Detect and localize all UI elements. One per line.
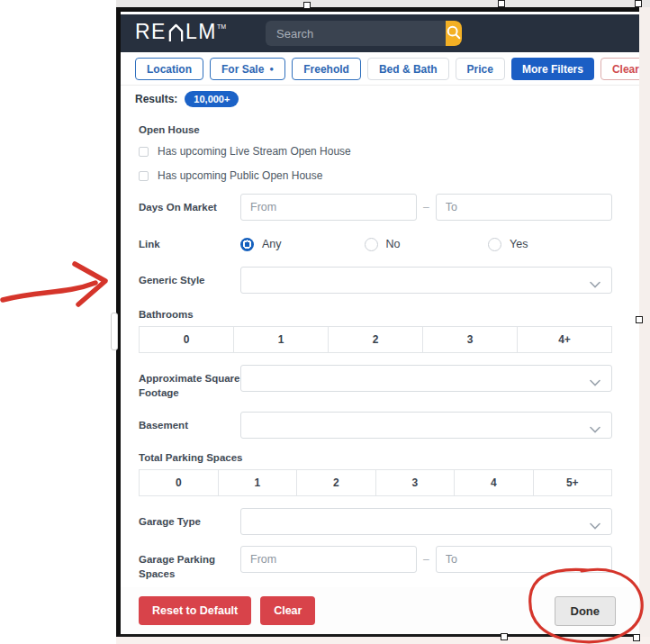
chip-location[interactable]: Location — [135, 58, 203, 80]
radio-label: Yes — [510, 238, 528, 250]
chip-bed-bath[interactable]: Bed & Bath — [367, 58, 449, 80]
range-separator: – — [423, 553, 429, 566]
house-icon — [167, 23, 185, 46]
total-parking-segmented: 0 1 2 3 4 5+ — [139, 469, 612, 496]
link-yes-radio[interactable]: Yes — [488, 238, 612, 251]
chevron-down-icon — [590, 517, 600, 533]
link-row: Link Any No Yes — [139, 235, 612, 253]
garage-type-label: Garage Type — [139, 514, 240, 529]
radio-selected-icon — [240, 238, 254, 251]
garage-parking-to-input[interactable] — [436, 546, 612, 573]
chip-label: Clear — [612, 63, 639, 76]
parking-option-0[interactable]: 0 — [140, 470, 218, 495]
bathrooms-title: Bathrooms — [139, 309, 612, 320]
filters-content: Open House Has upcoming Live Stream Open… — [121, 124, 639, 622]
garage-type-row: Garage Type — [139, 508, 612, 535]
generic-style-row: Generic Style — [139, 267, 612, 294]
live-stream-checkbox[interactable] — [139, 147, 149, 157]
search-icon — [446, 24, 462, 43]
bathrooms-option-4plus[interactable]: 4+ — [517, 327, 611, 352]
chevron-down-icon — [590, 276, 600, 292]
days-from-input[interactable] — [240, 194, 417, 221]
chip-freehold[interactable]: Freehold — [292, 58, 361, 80]
done-button[interactable]: Done — [555, 596, 617, 626]
search-bar — [266, 21, 460, 46]
generic-style-label: Generic Style — [139, 273, 240, 287]
modal-footer: Reset to Default Clear Done — [121, 587, 639, 634]
bathrooms-option-0[interactable]: 0 — [140, 327, 233, 352]
basement-select[interactable] — [240, 412, 612, 439]
bathrooms-option-3[interactable]: 3 — [422, 327, 517, 352]
selection-handle[interactable] — [501, 633, 508, 640]
radio-icon — [365, 238, 378, 251]
selected-dot-icon: ● — [269, 66, 274, 73]
open-house-title: Open House — [139, 124, 612, 135]
approx-sqft-row: Approximate Square Footage — [139, 365, 612, 400]
parking-option-1[interactable]: 1 — [218, 470, 297, 495]
selection-handle[interactable] — [498, 0, 505, 7]
chip-more-filters[interactable]: More Filters — [511, 58, 594, 80]
chevron-down-icon — [590, 374, 600, 390]
bathrooms-option-1[interactable]: 1 — [233, 327, 328, 352]
radio-label: No — [386, 238, 401, 250]
chip-label: Bed & Bath — [379, 63, 438, 76]
link-label: Link — [139, 237, 240, 251]
days-on-market-label: Days On Market — [139, 200, 240, 214]
total-parking-title: Total Parking Spaces — [139, 452, 612, 463]
selection-handle[interactable] — [633, 634, 640, 641]
chip-label: Location — [147, 63, 192, 76]
page-bottom-strip — [116, 637, 650, 644]
basement-row: Basement — [139, 412, 612, 439]
parking-option-2[interactable]: 2 — [296, 470, 375, 495]
radio-icon — [488, 238, 501, 251]
radio-label: Any — [262, 238, 282, 250]
filters-modal: RE LM TM Location For Sale● Freehold Bed… — [116, 7, 639, 637]
clear-button[interactable]: Clear — [260, 596, 315, 625]
annotation-arrow-head — [75, 264, 105, 304]
garage-type-select[interactable] — [240, 508, 612, 535]
chip-label: Freehold — [303, 63, 349, 76]
garage-parking-label: Garage Parking Spaces — [139, 546, 240, 581]
results-row: Results: 10,000+ — [121, 86, 639, 113]
parking-option-3[interactable]: 3 — [375, 470, 455, 495]
days-to-input[interactable] — [436, 194, 612, 221]
link-no-radio[interactable]: No — [365, 238, 489, 251]
chevron-down-icon — [590, 421, 600, 437]
search-input[interactable] — [266, 21, 446, 46]
days-on-market-row: Days On Market – — [139, 194, 612, 221]
generic-style-select[interactable] — [240, 267, 612, 294]
logo-text-lm: LM — [185, 22, 217, 42]
search-button[interactable] — [446, 21, 462, 46]
parking-option-5plus[interactable]: 5+ — [533, 470, 612, 495]
selection-handle[interactable] — [303, 2, 311, 9]
approx-sqft-select[interactable] — [240, 365, 612, 392]
trademark-mark: TM — [217, 23, 226, 30]
basement-label: Basement — [139, 418, 240, 432]
chip-label: For Sale — [221, 63, 264, 76]
garage-parking-from-input[interactable] — [240, 546, 417, 573]
chip-label: More Filters — [522, 63, 583, 76]
results-label: Results: — [135, 93, 177, 105]
public-open-house-checkbox[interactable] — [139, 171, 149, 181]
public-open-house-row: Has upcoming Public Open House — [139, 168, 612, 184]
chip-price[interactable]: Price — [456, 58, 505, 80]
selection-handle[interactable] — [636, 316, 643, 323]
logo-text-re: RE — [135, 22, 167, 42]
garage-parking-row: Garage Parking Spaces – — [139, 546, 612, 581]
annotation-arrow-shaft — [3, 283, 95, 300]
chip-label: Price — [467, 63, 493, 76]
chip-clear[interactable]: Clear — [600, 58, 639, 80]
selection-handle[interactable] — [111, 313, 118, 350]
filter-chip-row: Location For Sale● Freehold Bed & Bath P… — [121, 52, 639, 86]
reset-to-default-button[interactable]: Reset to Default — [139, 596, 251, 625]
selection-handle[interactable] — [635, 0, 642, 7]
bathrooms-segmented: 0 1 2 3 4+ — [139, 326, 612, 353]
parking-option-4[interactable]: 4 — [454, 470, 533, 495]
results-count-badge: 10,000+ — [185, 91, 239, 107]
checkbox-label: Has upcoming Live Stream Open House — [158, 145, 351, 158]
range-separator: – — [423, 201, 429, 213]
link-any-radio[interactable]: Any — [240, 238, 365, 251]
chip-for-sale[interactable]: For Sale● — [210, 58, 285, 80]
live-stream-open-house-row: Has upcoming Live Stream Open House — [139, 143, 612, 159]
bathrooms-option-2[interactable]: 2 — [328, 327, 422, 352]
